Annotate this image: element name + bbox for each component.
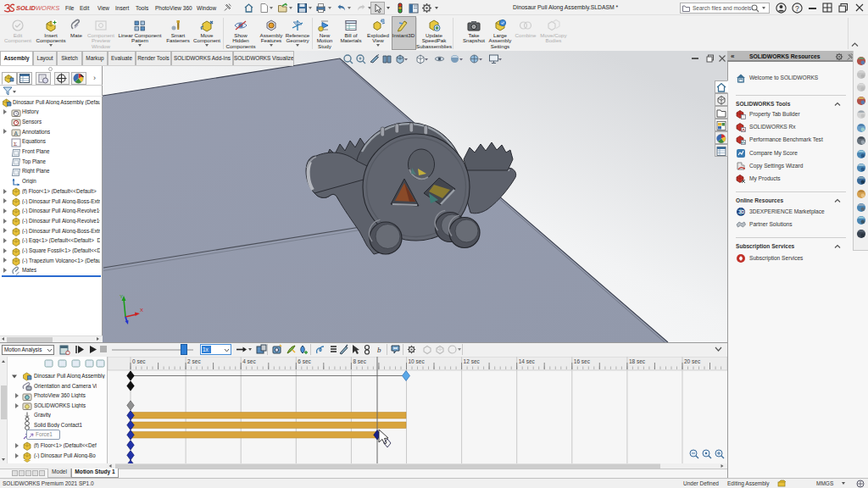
svg-text:Σ: Σ [14, 140, 17, 147]
svg-text:6 sec: 6 sec [298, 358, 311, 364]
svg-text:3D: 3D [738, 209, 744, 214]
svg-text:WORKS: WORKS [36, 4, 59, 12]
svg-text:20 sec: 20 sec [684, 358, 701, 364]
svg-text:12 sec: 12 sec [464, 358, 481, 364]
svg-text:SOLID: SOLID [16, 4, 36, 12]
svg-text:16 sec: 16 sec [574, 358, 591, 364]
svg-text:10 sec: 10 sec [409, 358, 426, 364]
svg-text:Y: Y [120, 294, 123, 299]
svg-text:8 sec: 8 sec [353, 358, 366, 364]
svg-text:X: X [140, 308, 143, 313]
svg-text:0 sec: 0 sec [132, 358, 146, 364]
svg-text:?: ? [795, 3, 799, 12]
svg-text:2 sec: 2 sec [187, 358, 201, 364]
svg-text:A: A [14, 130, 19, 136]
svg-text:b: b [377, 346, 381, 354]
svg-text:4 sec: 4 sec [242, 358, 256, 364]
svg-text:14 sec: 14 sec [519, 358, 536, 364]
svg-text:18 sec: 18 sec [629, 358, 646, 364]
